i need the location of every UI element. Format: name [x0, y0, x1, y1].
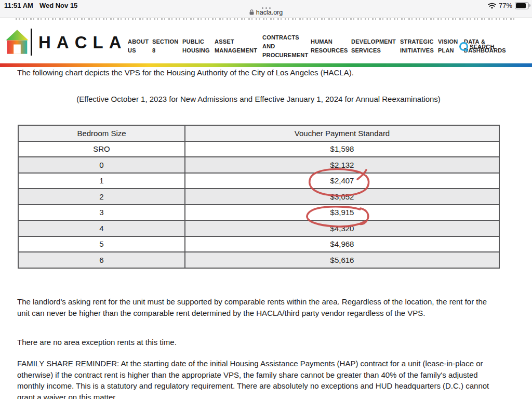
nav-item-public-housing[interactable]: PUBLIC HOUSING [182, 37, 210, 55]
battery-percent: 77% [499, 2, 512, 9]
vps-cell-circled: $3,915 [185, 205, 499, 221]
vps-cell: $4,320 [185, 220, 499, 236]
ipad-safari-screenshot: 11:51 AM Wed Nov 15 hacla.org 77% [0, 0, 532, 399]
table-row: SRO$1,598 [18, 141, 499, 157]
hacla-logo[interactable]: HACLA [5, 29, 127, 56]
vps-cell: $5,616 [185, 252, 499, 268]
table-row: 3$3,915 [18, 205, 499, 221]
search-icon [459, 42, 468, 51]
nav-item-vision-plan[interactable]: VISION PLAN [438, 37, 458, 55]
nav-item-section-8[interactable]: SECTION 8 [152, 37, 178, 55]
exception-rents-paragraph: There are no area exception rents at thi… [17, 337, 491, 348]
col-header-voucher-payment-standard: Voucher Payment Standard [185, 125, 499, 141]
vps-table: Bedroom Size Voucher Payment Standard SR… [18, 125, 500, 269]
clipped-scrolled-text [0, 18, 532, 21]
bedroom-size-cell: SRO [18, 141, 185, 157]
landlord-rent-paragraph: The landlord's asking rent for the unit … [17, 296, 491, 318]
nav-item-development-services[interactable]: DEVELOPMENT SERVICES [351, 37, 396, 55]
search-button[interactable]: SEARCH [459, 42, 495, 51]
wifi-icon [488, 3, 496, 9]
lock-icon [249, 9, 254, 15]
table-row: 5$4,968 [18, 236, 499, 252]
vps-cell: $3,052 [185, 189, 499, 205]
effective-dates-note: (Effective October 1, 2023 for New Admis… [17, 95, 500, 103]
intro-paragraph: The following chart depicts the VPS for … [17, 67, 381, 78]
table-row: 4$4,320 [18, 220, 499, 236]
bedroom-size-cell: 2 [18, 189, 185, 205]
hacla-house-icon [5, 29, 29, 55]
nav-item-asset-management[interactable]: ASSET MANAGEMENT [215, 37, 257, 55]
bedroom-size-cell: 5 [18, 236, 185, 252]
bedroom-size-cell: 0 [18, 157, 185, 173]
site-header: HACLA ABOUT US SECTION 8 PUBLIC HOUSING … [0, 21, 532, 63]
table-row: 0$2,132 [18, 157, 499, 173]
logo-wordmark: HACLA [38, 34, 127, 51]
bedroom-size-cell: 6 [18, 252, 185, 268]
logo-divider [31, 29, 32, 56]
table-row: 1$2,407 [18, 173, 499, 189]
battery-icon [515, 2, 529, 9]
table-row: 2$3,052 [18, 189, 499, 205]
url-text: hacla.org [256, 9, 283, 16]
nav-item-about-us[interactable]: ABOUT US [128, 37, 149, 55]
table-header-row: Bedroom Size Voucher Payment Standard [18, 125, 499, 141]
vps-cell: $2,132 [185, 157, 499, 173]
vps-cell: $4,968 [185, 236, 499, 252]
nav-item-contracts-procurement[interactable]: CONTRACTS AND PROCUREMENT [262, 33, 308, 60]
status-right: 77% [488, 2, 529, 9]
col-header-bedroom-size: Bedroom Size [18, 125, 185, 141]
bedroom-size-cell: 1 [18, 173, 185, 189]
table-row: 6$5,616 [18, 252, 499, 268]
rainbow-divider [0, 63, 532, 67]
family-share-reminder-paragraph: FAMILY SHARE REMINDER: At the starting d… [17, 358, 493, 399]
nav-item-strategic-initiatives[interactable]: STRATEGIC INITIATIVES [400, 37, 434, 55]
search-label: SEARCH [470, 44, 495, 50]
bedroom-size-cell: 3 [18, 205, 185, 221]
vps-cell: $1,598 [185, 141, 499, 157]
vps-cell-circled: $2,407 [185, 173, 499, 189]
browser-chrome: 11:51 AM Wed Nov 15 hacla.org 77% [0, 0, 532, 18]
nav-item-human-resources[interactable]: HUMAN RESOURCES [311, 37, 348, 55]
bedroom-size-cell: 4 [18, 220, 185, 236]
address-bar[interactable]: hacla.org [0, 9, 532, 16]
